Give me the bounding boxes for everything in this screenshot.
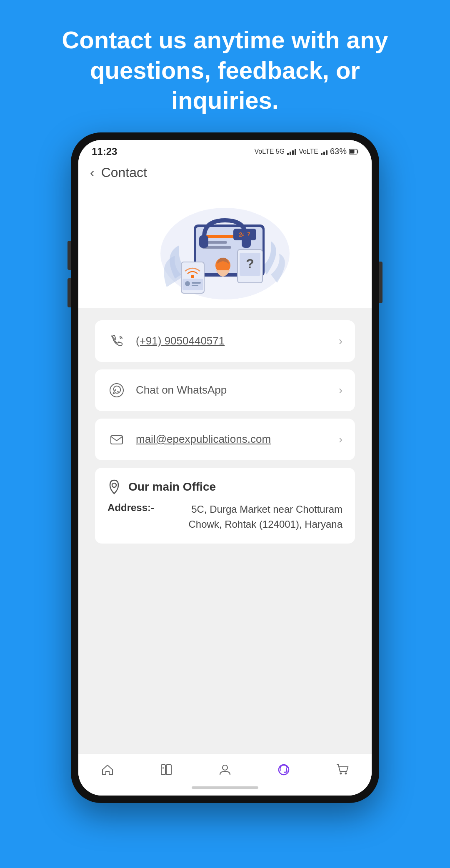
whatsapp-icon	[108, 381, 126, 399]
network-icons-2: VoLTE	[299, 148, 318, 155]
email-contact-card[interactable]: mail@epexpublications.com ›	[95, 419, 355, 460]
whatsapp-chevron-icon: ›	[339, 384, 342, 397]
nav-bar: ‹ Contact	[78, 161, 372, 187]
phone-number: (+91) 9050440571	[136, 334, 225, 347]
network-icons: VoLTE 5G	[254, 148, 285, 155]
svg-rect-27	[161, 765, 165, 775]
home-bar-line	[192, 786, 258, 789]
email-contact-left: mail@epexpublications.com	[108, 430, 271, 449]
home-icon	[100, 762, 115, 777]
svg-text:?: ?	[246, 256, 254, 271]
contact-illustration: 24/7 ?	[154, 195, 296, 304]
nav-books[interactable]	[150, 761, 182, 779]
phone-screen: 11:23 VoLTE 5G VoLTE 63%	[78, 140, 372, 796]
nav-cart[interactable]	[327, 761, 358, 779]
svg-rect-21	[192, 282, 201, 284]
page-headline: Contact us anytime with any questions, f…	[0, 0, 450, 132]
volume-up-button	[68, 241, 71, 270]
books-icon	[159, 762, 174, 777]
office-address-row: Address:- 5C, Durga Market near Chottura…	[108, 502, 342, 532]
power-button	[379, 262, 382, 303]
location-pin-icon	[108, 479, 121, 494]
status-icons: VoLTE 5G VoLTE 63%	[254, 147, 358, 156]
battery-percent: 63%	[330, 147, 347, 156]
phone-frame: 11:23 VoLTE 5G VoLTE 63%	[71, 132, 379, 803]
svg-point-20	[185, 281, 190, 286]
signal-bars-1	[287, 148, 296, 155]
svg-point-34	[345, 772, 347, 774]
volume-down-button	[68, 278, 71, 307]
content-area: (+91) 9050440571 › Chat on WhatsAp	[78, 308, 372, 753]
back-button[interactable]: ‹	[90, 165, 95, 180]
support-icon	[276, 762, 291, 777]
nav-title: Contact	[101, 165, 147, 180]
svg-rect-25	[111, 436, 122, 444]
svg-point-18	[191, 275, 194, 278]
office-title: Our main Office	[128, 480, 216, 494]
status-time: 11:23	[92, 146, 117, 157]
address-value: 5C, Durga Market near Chotturam Chowk, R…	[162, 502, 342, 532]
svg-point-32	[279, 765, 289, 775]
svg-rect-11	[199, 235, 208, 248]
svg-point-26	[112, 483, 116, 487]
phone-icon	[108, 332, 126, 350]
email-icon	[108, 430, 126, 449]
signal-bars-2	[321, 148, 328, 155]
whatsapp-contact-left: Chat on WhatsApp	[108, 381, 227, 399]
address-label: Address:-	[108, 502, 154, 514]
whatsapp-contact-card[interactable]: Chat on WhatsApp ›	[95, 369, 355, 411]
svg-rect-22	[192, 285, 198, 286]
home-bar	[78, 782, 372, 796]
svg-rect-2	[350, 150, 355, 153]
svg-point-33	[340, 772, 342, 774]
email-address: mail@epexpublications.com	[136, 433, 271, 446]
status-bar: 11:23 VoLTE 5G VoLTE 63%	[78, 140, 372, 161]
svg-point-31	[222, 765, 228, 770]
illustration-area: 24/7 ?	[78, 187, 372, 308]
phone-contact-left: (+91) 9050440571	[108, 332, 225, 350]
svg-rect-1	[358, 150, 358, 153]
profile-icon	[218, 762, 232, 777]
svg-rect-28	[166, 765, 171, 775]
office-header: Our main Office	[108, 479, 342, 494]
email-chevron-icon: ›	[339, 433, 342, 446]
bottom-nav	[78, 753, 372, 782]
cart-icon	[335, 762, 350, 777]
svg-rect-12	[242, 235, 251, 248]
nav-profile[interactable]	[209, 761, 241, 779]
battery-icon	[349, 149, 358, 155]
phone-contact-card[interactable]: (+91) 9050440571 ›	[95, 320, 355, 362]
nav-home[interactable]	[92, 761, 123, 779]
nav-support[interactable]	[268, 761, 300, 779]
whatsapp-label: Chat on WhatsApp	[136, 384, 227, 397]
phone-chevron-icon: ›	[339, 334, 342, 348]
office-card: Our main Office Address:- 5C, Durga Mark…	[95, 468, 355, 544]
